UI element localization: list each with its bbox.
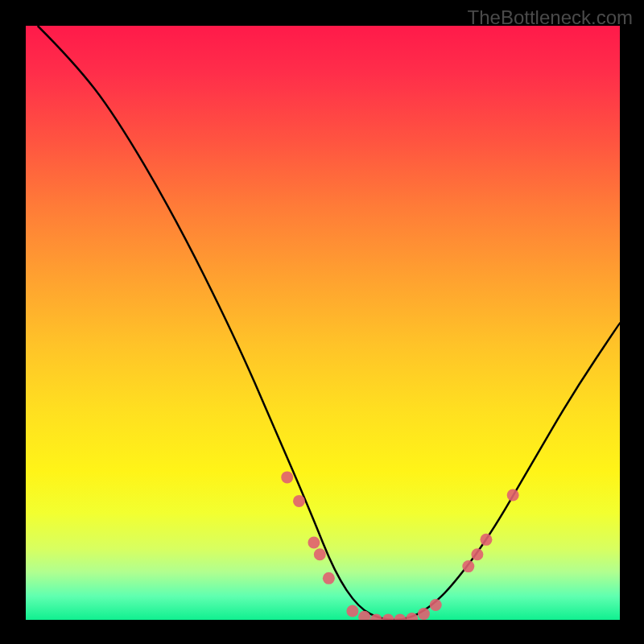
data-point bbox=[308, 537, 320, 549]
data-point bbox=[471, 548, 483, 560]
data-point bbox=[394, 614, 406, 621]
data-point bbox=[293, 495, 305, 507]
bottleneck-curve bbox=[26, 26, 620, 620]
data-point bbox=[462, 560, 474, 572]
chart-plot-area bbox=[26, 26, 620, 620]
data-point bbox=[323, 572, 335, 584]
data-point bbox=[507, 489, 519, 502]
data-point bbox=[346, 605, 358, 617]
data-point bbox=[418, 608, 430, 620]
data-point bbox=[430, 599, 442, 611]
watermark-text: TheBottleneck.com bbox=[468, 6, 633, 29]
data-point bbox=[314, 548, 326, 560]
data-point bbox=[480, 534, 492, 546]
data-point bbox=[382, 614, 394, 621]
data-point bbox=[281, 471, 293, 483]
